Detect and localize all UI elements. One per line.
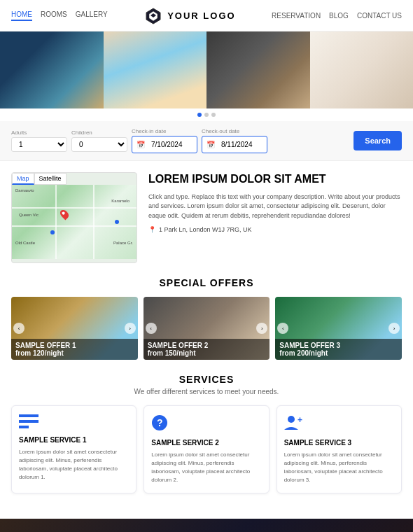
logo-icon — [144, 6, 163, 25]
adults-label: Adults — [11, 130, 67, 136]
nav-links: HOME ROOMS GALLERY — [11, 10, 108, 21]
description: LOREM IPSUM DOLOR SIT AMET Click and typ… — [148, 172, 402, 263]
service-1-desc: Lorem ipsum dolor sit amet consectetur a… — [19, 448, 129, 482]
services-section: SERVICES We offer different services to … — [11, 374, 402, 493]
checkin-field: Check-in date 📅 — [132, 128, 197, 153]
children-field: Children 012 — [71, 130, 127, 152]
checkout-input[interactable] — [217, 139, 262, 150]
info-section: Map Satellite Damasvio Karamelo Queen Vi… — [11, 172, 402, 263]
svg-rect-5 — [19, 426, 29, 428]
service-card-3: + SAMPLE SERVICE 3 Lorem ipsum dolor sit… — [276, 405, 402, 493]
lines-icon — [19, 414, 38, 428]
checkin-input[interactable] — [147, 139, 192, 150]
nav-gallery[interactable]: GALLERY — [76, 10, 108, 21]
offer-1-label: SAMPLE OFFER 1 from 120/night — [11, 339, 138, 360]
service-1-icon-wrap — [19, 414, 129, 430]
main-content: Map Satellite Damasvio Karamelo Queen Vi… — [0, 161, 413, 519]
dot-2[interactable] — [204, 113, 209, 117]
offer-2-prev[interactable]: ‹ — [146, 323, 157, 334]
nav-home[interactable]: HOME — [11, 10, 32, 21]
nav-links-right: RESERVATION BLOG CONTACT US — [272, 12, 402, 20]
checkout-calendar-icon: 📅 — [206, 141, 215, 148]
service-3-desc: Lorem ipsum dolor sit amet consectetur a… — [284, 451, 394, 484]
logo-text: YOUR LOGO — [167, 10, 235, 21]
svg-text:+: + — [298, 415, 302, 425]
service-3-title: SAMPLE SERVICE 3 — [284, 439, 394, 447]
svg-point-8 — [288, 416, 295, 423]
map-tab-satellite[interactable]: Satellite — [34, 173, 66, 185]
service-card-2: ? SAMPLE SERVICE 2 Lorem ipsum dolor sit… — [144, 405, 269, 493]
description-title: LOREM IPSUM DOLOR SIT AMET — [148, 172, 402, 187]
offer-2-next[interactable]: › — [256, 323, 267, 334]
offer-2-price: from 150/night — [148, 349, 266, 357]
offer-1-title: SAMPLE OFFER 1 — [15, 342, 134, 349]
dot-1[interactable] — [197, 113, 202, 117]
hero-section — [0, 31, 413, 108]
services-subtitle: We offer different services to meet your… — [11, 388, 402, 396]
service-card-1: SAMPLE SERVICE 1 Lorem ipsum dolor sit a… — [11, 405, 136, 493]
checkout-input-wrap: 📅 — [202, 136, 267, 153]
hero-image-4 — [310, 31, 414, 108]
hero-image-2 — [104, 31, 207, 108]
nav-blog[interactable]: BLOG — [329, 12, 349, 20]
adults-field: Adults 123 — [11, 130, 67, 152]
navbar: HOME ROOMS GALLERY YOUR LOGO RESERVATION… — [0, 0, 413, 31]
offer-card-1[interactable]: ‹ SAMPLE OFFER 1 from 120/night › — [11, 297, 138, 360]
children-select[interactable]: 012 — [71, 137, 127, 152]
address-text: 1 Park Ln, London W1J 7RG, UK — [159, 226, 252, 233]
question-icon: ? — [151, 414, 168, 431]
offer-1-prev[interactable]: ‹ — [13, 323, 24, 334]
map-box: Map Satellite Damasvio Karamelo Queen Vi… — [11, 172, 137, 263]
hero-image-1 — [0, 31, 104, 108]
service-2-title: SAMPLE SERVICE 2 — [151, 439, 261, 447]
offers-grid: ‹ SAMPLE OFFER 1 from 120/night › ‹ SAMP… — [11, 297, 402, 360]
services-grid: SAMPLE SERVICE 1 Lorem ipsum dolor sit a… — [11, 405, 402, 493]
hero-dots — [0, 108, 413, 121]
map-placeholder[interactable]: Damasvio Karamelo Queen Vic Old Castle P… — [12, 185, 136, 259]
offer-3-label: SAMPLE OFFER 3 from 200/night — [275, 339, 402, 360]
offer-1-price: from 120/night — [15, 349, 134, 357]
service-3-icon-wrap: + — [284, 414, 394, 433]
service-2-desc: Lorem ipsum dolor sit amet consectetur a… — [151, 451, 261, 484]
adults-select[interactable]: 123 — [11, 137, 67, 152]
checkin-input-wrap: 📅 — [132, 136, 197, 153]
contact-section: VISIT US Lorem ipsum dolor sit amet cons… — [0, 519, 413, 532]
offer-2-title: SAMPLE OFFER 2 — [148, 342, 266, 349]
map-tab-map[interactable]: Map — [12, 173, 34, 185]
special-offers-title: SPECIAL OFFERS — [11, 277, 402, 288]
hero-image-3 — [206, 31, 310, 108]
svg-rect-3 — [19, 414, 38, 417]
description-text: Click and type. Replace this text with y… — [148, 192, 402, 221]
offer-2-label: SAMPLE OFFER 2 from 150/night — [144, 339, 270, 360]
offer-card-3[interactable]: ‹ SAMPLE OFFER 3 from 200/night › — [275, 297, 402, 360]
checkin-label: Check-in date — [132, 128, 197, 134]
children-label: Children — [71, 130, 127, 136]
offer-3-next[interactable]: › — [388, 323, 400, 334]
service-1-title: SAMPLE SERVICE 1 — [19, 436, 129, 444]
svg-text:?: ? — [157, 417, 163, 428]
nav-rooms[interactable]: ROOMS — [41, 10, 67, 21]
offer-1-next[interactable]: › — [125, 323, 136, 334]
service-2-icon-wrap: ? — [151, 414, 261, 433]
dot-3[interactable] — [211, 113, 216, 117]
offer-3-price: from 200/night — [279, 349, 398, 357]
nav-reservation[interactable]: RESERVATION — [272, 12, 321, 20]
search-button[interactable]: Search — [354, 131, 402, 150]
services-title: SERVICES — [11, 374, 402, 385]
address: 📍 1 Park Ln, London W1J 7RG, UK — [148, 226, 402, 233]
person-plus-icon: + — [284, 414, 302, 431]
checkout-field: Check-out date 📅 — [202, 128, 267, 153]
offer-3-title: SAMPLE OFFER 3 — [279, 342, 398, 349]
offer-card-2[interactable]: ‹ SAMPLE OFFER 2 from 150/night › — [144, 297, 270, 360]
site-logo: YOUR LOGO — [144, 6, 235, 25]
checkout-label: Check-out date — [202, 128, 267, 134]
map-tabs: Map Satellite — [12, 173, 136, 185]
location-icon: 📍 — [148, 226, 156, 233]
offer-3-prev[interactable]: ‹ — [277, 323, 288, 334]
checkin-calendar-icon: 📅 — [136, 141, 145, 148]
svg-rect-4 — [19, 420, 38, 423]
nav-contact[interactable]: CONTACT US — [357, 12, 402, 20]
search-bar: Adults 123 Children 012 Check-in date 📅 … — [0, 121, 413, 161]
